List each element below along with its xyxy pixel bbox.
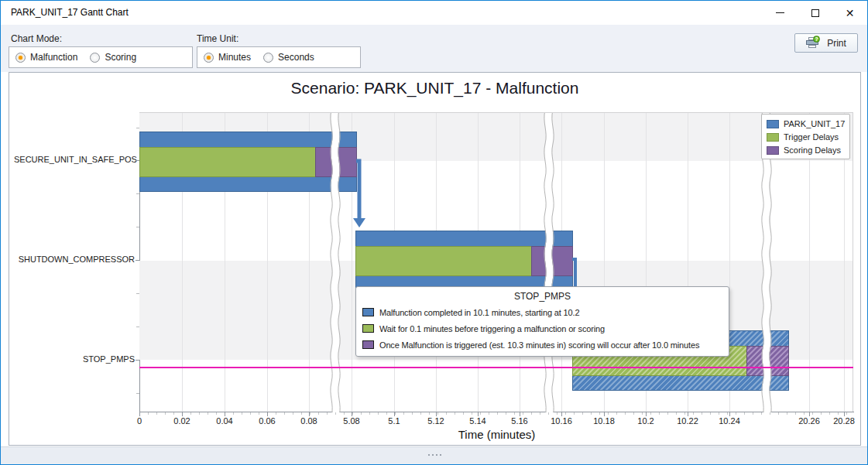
close-icon: ✕	[846, 8, 855, 19]
time-unit-group: Minutes Seconds	[197, 46, 361, 68]
toolbar: Chart Mode: Malfunction Scoring Time Uni…	[1, 25, 867, 72]
x-tick-label: 10.22	[666, 416, 709, 426]
plot-area: PARK_UNIT_17 Trigger Delays Scoring Dela…	[139, 112, 853, 412]
radio-scoring-label[interactable]: Scoring	[105, 52, 136, 63]
radio-seconds-label[interactable]: Seconds	[278, 52, 314, 63]
legend-swatch-green	[767, 133, 779, 142]
window-title: PARK_UNIT_17 Gantt Chart	[11, 7, 129, 18]
tooltip: STOP_PMPS Malfunction completed in 10.1 …	[355, 286, 729, 357]
x-tick-label: 10.24	[708, 416, 751, 426]
x-tick-label: 0.06	[245, 416, 289, 426]
time-unit-label: Time Unit:	[197, 33, 238, 44]
tooltip-item: Once Malfunction is triggered (est. 10.3…	[362, 337, 722, 353]
tooltip-item: Wait for 0.1 minutes before triggering a…	[362, 320, 722, 337]
tooltip-title: STOP_PMPS	[362, 291, 722, 302]
x-tick-label: 10.18	[582, 416, 626, 426]
app-window: PARK_UNIT_17 Gantt Chart ✕ Chart Mode: M…	[0, 0, 868, 465]
legend-label: Trigger Delays	[784, 132, 839, 142]
chart-mode-group: Malfunction Scoring	[9, 46, 193, 68]
legend-item: Scoring Delays	[767, 145, 845, 155]
minimize-button[interactable]	[763, 1, 798, 25]
legend-label: PARK_UNIT_17	[784, 119, 845, 128]
radio-minutes-icon[interactable]	[204, 53, 214, 63]
x-tick-label: 10.2	[624, 416, 667, 426]
x-tick-label: 0.04	[203, 416, 246, 426]
tooltip-item-text: Wait for 0.1 minutes before triggering a…	[379, 324, 605, 333]
radio-malfunction-icon[interactable]	[15, 53, 26, 63]
tooltip-swatch-purple	[362, 340, 374, 349]
tooltip-item-text: Once Malfunction is triggered (est. 10.3…	[379, 340, 699, 350]
x-tick-label: 5.08	[330, 416, 373, 426]
dependency-arrow-1	[353, 161, 365, 227]
maximize-button[interactable]	[798, 1, 832, 25]
reference-line	[139, 367, 853, 368]
radio-malfunction-label[interactable]: Malfunction	[30, 52, 77, 63]
tooltip-item-text: Malfunction completed in 10.1 minutes, s…	[379, 308, 579, 317]
x-tick-label: 20.28	[822, 416, 866, 426]
legend-swatch-purple	[767, 146, 779, 155]
minimize-icon	[776, 12, 784, 13]
legend-swatch-blue	[767, 120, 779, 128]
x-tick-label: 0	[118, 416, 161, 426]
tooltip-swatch-blue	[362, 308, 374, 316]
tooltip-item: Malfunction completed in 10.1 minutes, s…	[362, 304, 722, 320]
radio-minutes[interactable]: Minutes	[204, 52, 251, 63]
print-button[interactable]: ? Print	[794, 33, 858, 53]
maximize-icon	[811, 9, 819, 17]
x-tick-label: 5.14	[456, 416, 499, 426]
radio-seconds[interactable]: Seconds	[263, 52, 314, 63]
print-button-label: Print	[827, 38, 846, 49]
chart-mode-label: Chart Mode:	[11, 33, 62, 44]
printer-icon: ?	[806, 37, 820, 49]
legend-item: PARK_UNIT_17	[767, 119, 845, 128]
legend: PARK_UNIT_17 Trigger Delays Scoring Dela…	[761, 114, 850, 159]
x-axis-title: Time (minutes)	[139, 428, 854, 441]
y-category-label: SECURE_UNIT_IN_SAFE_POS	[14, 155, 135, 166]
radio-seconds-icon[interactable]	[263, 53, 273, 63]
splitter-grip-icon[interactable]	[428, 454, 441, 456]
printer-help-badge-icon: ?	[813, 36, 820, 43]
chart-panel: Scenario: PARK_UNIT_17 - Malfunction SEC…	[9, 72, 861, 446]
y-category-label: SHUTDOWN_COMPRESSOR	[14, 255, 135, 265]
x-tick-label: 10.16	[540, 416, 583, 426]
radio-malfunction[interactable]: Malfunction	[15, 52, 77, 63]
x-tick-label: 5.1	[372, 416, 416, 426]
x-tick-label: 0.08	[287, 416, 331, 426]
x-axis-minor-ticks	[139, 412, 854, 415]
radio-minutes-label[interactable]: Minutes	[218, 52, 251, 63]
bottom-status-strip	[1, 446, 867, 464]
x-tick-label: 0.02	[160, 416, 204, 426]
legend-item: Trigger Delays	[767, 132, 845, 142]
tooltip-swatch-green	[362, 324, 374, 333]
close-button[interactable]: ✕	[832, 1, 867, 25]
dependency-arrow-2	[572, 259, 575, 288]
radio-scoring[interactable]: Scoring	[90, 52, 136, 63]
y-category-label: STOP_PMPS	[14, 354, 135, 365]
x-tick-label: 5.12	[414, 416, 458, 426]
legend-label: Scoring Delays	[784, 145, 841, 155]
window-titlebar[interactable]: PARK_UNIT_17 Gantt Chart ✕	[1, 1, 867, 25]
radio-scoring-icon[interactable]	[90, 53, 100, 63]
x-tick-label: 5.16	[498, 416, 541, 426]
chart-title: Scenario: PARK_UNIT_17 - Malfunction	[9, 79, 860, 97]
